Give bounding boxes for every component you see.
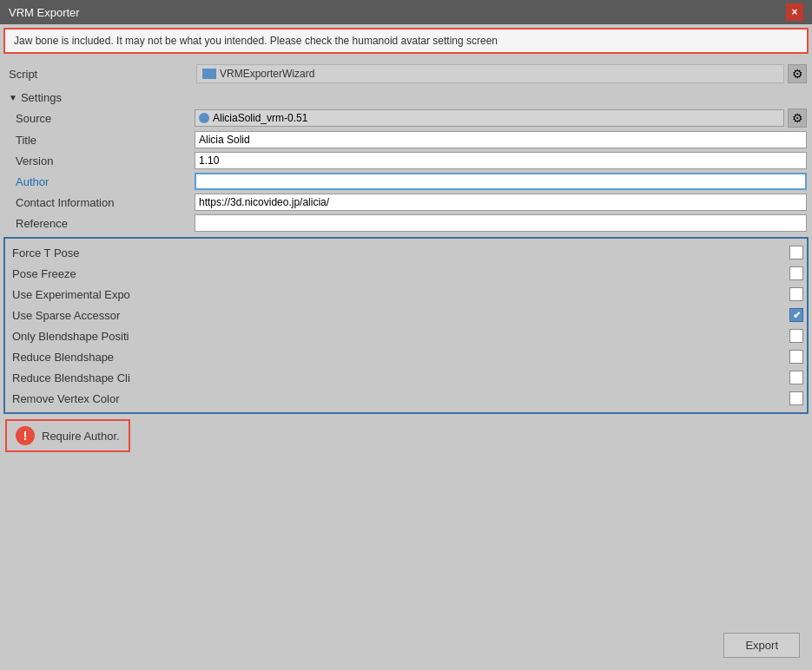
title-field-row: Title [12, 129, 807, 150]
source-label: Source [12, 112, 195, 125]
contact-field-row: Contact Information [12, 192, 807, 213]
reference-field-row: Reference [12, 213, 807, 233]
title-label: Title [12, 134, 195, 147]
title-bar: VRM Exporter × [0, 0, 812, 24]
script-gear-icon[interactable]: ⚙ [788, 64, 807, 83]
script-label: Script [5, 68, 196, 81]
remove-vertex-color-checkbox[interactable] [789, 391, 803, 405]
only-blendshape-checkbox[interactable] [789, 329, 803, 343]
title-input[interactable] [195, 131, 807, 148]
version-input[interactable] [195, 152, 807, 169]
bottom-section: Export [3, 456, 809, 667]
checkbox-row-sparse-accessor: Use Sparse Accessor [9, 305, 803, 325]
script-value-text: VRMExporterWizard [220, 68, 314, 80]
window-title: VRM Exporter [9, 6, 80, 19]
experimental-expo-label: Use Experimental Expo [9, 288, 789, 301]
checkbox-row-force-t-pose: Force T Pose [9, 242, 803, 263]
close-button[interactable]: × [786, 3, 803, 21]
source-value: AliciaSolid_vrm-0.51 [195, 109, 784, 127]
error-text: Require Author. [42, 430, 120, 443]
source-field-row: Source AliciaSolid_vrm-0.51 ⚙ [12, 107, 807, 129]
contact-input[interactable] [195, 194, 807, 211]
force-t-pose-checkbox[interactable] [789, 246, 803, 259]
settings-label: Settings [21, 91, 62, 104]
force-t-pose-label: Force T Pose [9, 246, 789, 259]
reference-input[interactable] [195, 214, 807, 232]
pose-freeze-label: Pose Freeze [9, 267, 789, 280]
author-field-row: Author [12, 171, 807, 192]
reduce-blendshape-label: Reduce Blendshape [9, 351, 789, 364]
only-blendshape-label: Only Blendshape Positi [9, 330, 789, 343]
script-value: VRMExporterWizard [196, 64, 784, 83]
contact-label: Contact Information [12, 196, 195, 209]
error-icon: ! [16, 426, 35, 445]
fields-container: Source AliciaSolid_vrm-0.51 ⚙ Title Vers… [5, 107, 807, 233]
pose-freeze-checkbox[interactable] [789, 266, 803, 280]
warning-text: Jaw bone is included. It may not be what… [14, 35, 498, 47]
reduce-blendshape-cli-checkbox[interactable] [789, 371, 803, 384]
vrm-exporter-window: VRM Exporter × Jaw bone is included. It … [0, 0, 812, 670]
checkbox-row-only-blendshape: Only Blendshape Positi [9, 325, 803, 346]
version-field-row: Version [12, 150, 807, 171]
checkboxes-section: Force T Pose Pose Freeze Use Experimenta… [3, 237, 809, 414]
error-section: ! Require Author. [5, 419, 130, 452]
author-input[interactable] [195, 173, 807, 190]
source-value-text: AliciaSolid_vrm-0.51 [213, 112, 307, 124]
sparse-accessor-label: Use Sparse Accessor [9, 309, 789, 322]
checkbox-row-experimental-expo: Use Experimental Expo [9, 284, 803, 305]
checkbox-row-pose-freeze: Pose Freeze [9, 263, 803, 284]
source-gear-icon[interactable]: ⚙ [788, 108, 807, 128]
main-content: Script VRMExporterWizard ⚙ ▼ Settings So… [0, 57, 812, 670]
sparse-accessor-checkbox[interactable] [789, 308, 803, 322]
checkbox-row-reduce-blendshape-cli: Reduce Blendshape Cli [9, 367, 803, 388]
settings-header: ▼ Settings [5, 89, 807, 107]
export-button[interactable]: Export [723, 633, 800, 658]
reduce-blendshape-checkbox[interactable] [789, 350, 803, 364]
reference-label: Reference [12, 217, 195, 230]
settings-section: ▼ Settings Source AliciaSolid_vrm-0.51 ⚙… [3, 87, 809, 235]
experimental-expo-checkbox[interactable] [789, 287, 803, 301]
warning-banner: Jaw bone is included. It may not be what… [3, 28, 809, 54]
collapse-triangle[interactable]: ▼ [9, 93, 17, 102]
reduce-blendshape-cli-label: Reduce Blendshape Cli [9, 371, 789, 384]
checkbox-row-reduce-blendshape: Reduce Blendshape [9, 346, 803, 367]
script-icon [202, 69, 216, 79]
script-row: Script VRMExporterWizard ⚙ [3, 61, 809, 87]
version-label: Version [12, 154, 195, 168]
author-label: Author [12, 175, 195, 188]
source-dot-icon [199, 113, 209, 123]
remove-vertex-color-label: Remove Vertex Color [9, 392, 789, 405]
checkbox-row-remove-vertex-color: Remove Vertex Color [9, 388, 803, 409]
